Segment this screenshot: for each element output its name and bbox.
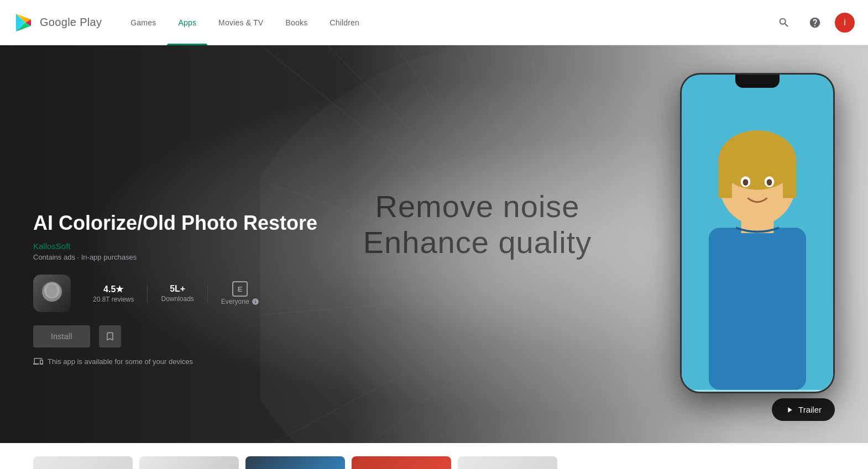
svg-point-25 (46, 284, 57, 297)
rating-label: 20.8T reviews (93, 296, 134, 303)
rating-stat: 4.5★ 20.8T reviews (80, 284, 148, 303)
hero-tagline: Remove noise Enhance quality (363, 188, 592, 260)
app-icon-image (33, 275, 71, 312)
nav-item-games[interactable]: Games (119, 0, 167, 45)
hero-content: AI Colorize/Old Photo Restore KallosSoft… (0, 45, 351, 443)
screenshot-5[interactable] (458, 456, 557, 469)
main-nav: Games Apps Movies & TV Books Children (119, 0, 773, 45)
phone-mockup (680, 73, 835, 393)
screenshot-2[interactable] (139, 456, 239, 469)
age-stat: E Everyone (208, 281, 273, 305)
nav-item-apps[interactable]: Apps (167, 0, 207, 45)
app-icon (33, 275, 71, 312)
header-actions: i (773, 12, 855, 34)
downloads-label: Downloads (161, 295, 194, 303)
devices-text: This app is available for some of your d… (48, 357, 193, 366)
age-label: Everyone (221, 298, 259, 305)
play-icon (785, 405, 794, 414)
app-title: AI Colorize/Old Photo Restore (33, 211, 317, 235)
search-icon (778, 17, 790, 29)
downloads-value: 5L+ (170, 284, 185, 294)
svg-rect-27 (709, 228, 806, 390)
devices-icon (33, 356, 43, 366)
downloads-stat: 5L+ Downloads (148, 284, 207, 303)
info-icon (252, 298, 259, 305)
phone-notch (735, 75, 780, 88)
app-stats: 4.5★ 20.8T reviews 5L+ Downloads E Every… (33, 275, 317, 312)
svg-rect-32 (783, 160, 796, 198)
user-avatar[interactable]: i (835, 13, 855, 33)
tagline-line1: Remove noise (363, 188, 592, 224)
svg-point-36 (767, 179, 772, 186)
phone-frame (680, 73, 835, 393)
help-icon (809, 17, 821, 29)
screenshot-4[interactable] (352, 456, 451, 469)
age-icon-val: E (232, 281, 248, 297)
install-row: Install (33, 325, 317, 347)
hero-section: Remove noise Enhance quality AI Colorize… (0, 45, 868, 443)
devices-message: This app is available for some of your d… (33, 356, 317, 366)
screenshot-3[interactable] (245, 456, 345, 469)
logo-label: Google Play (40, 16, 102, 29)
tagline-line2: Enhance quality (363, 224, 592, 260)
google-play-logo[interactable]: Google Play (13, 12, 102, 34)
nav-item-books[interactable]: Books (274, 0, 318, 45)
search-button[interactable] (773, 12, 795, 34)
bookmark-icon (104, 331, 116, 342)
trailer-button[interactable]: Trailer (772, 398, 835, 421)
nav-item-movies[interactable]: Movies & TV (207, 0, 274, 45)
screenshot-1[interactable] (33, 456, 133, 469)
install-button[interactable]: Install (33, 325, 90, 347)
app-icon-svg (38, 280, 66, 307)
screenshots-section (0, 443, 868, 469)
stats-row: 4.5★ 20.8T reviews 5L+ Downloads E Every… (80, 281, 273, 305)
nav-item-children[interactable]: Children (318, 0, 370, 45)
app-developer[interactable]: KallosSoft (33, 241, 317, 251)
rating-value: 4.5★ (103, 284, 123, 294)
phone-content-svg (682, 75, 833, 392)
bookmark-button[interactable] (99, 325, 121, 347)
phone-screen (682, 75, 833, 392)
app-meta: Contains ads · In-app purchases (33, 253, 317, 261)
trailer-label: Trailer (798, 405, 822, 414)
header: Google Play Games Apps Movies & TV Books… (0, 0, 868, 45)
svg-rect-31 (719, 160, 732, 198)
help-button[interactable] (804, 12, 826, 34)
play-logo-icon (13, 12, 35, 34)
svg-point-35 (743, 179, 749, 186)
